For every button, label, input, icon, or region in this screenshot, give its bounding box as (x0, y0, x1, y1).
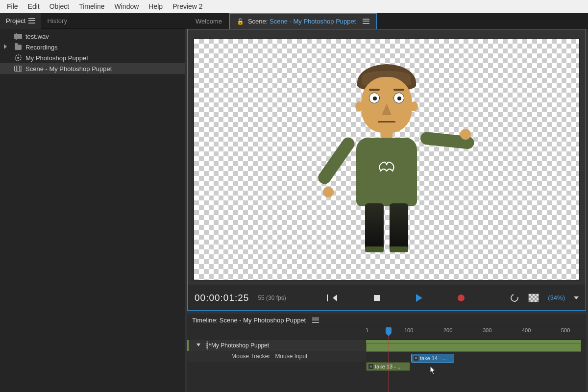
menu-edit[interactable]: Edit (23, 1, 45, 12)
timeline-menu-icon[interactable] (312, 317, 319, 324)
skip-start-icon (333, 294, 337, 301)
timeline-title: Timeline: Scene - My Photoshop Puppet (192, 317, 306, 324)
folder-icon (14, 44, 23, 50)
stop-button[interactable] (372, 293, 382, 303)
scene-icon (14, 65, 23, 72)
project-tree: test.wav Recordings My Photoshop Puppet … (0, 29, 185, 76)
puppet-icon (206, 342, 208, 349)
project-tab[interactable]: Project (0, 13, 41, 29)
tab-menu-icon[interactable] (363, 18, 369, 25)
welcome-tab[interactable]: Welcome (188, 13, 229, 29)
menu-help[interactable]: Help (144, 1, 168, 12)
canvas-tabs: Welcome 🔓 Scene: Scene - My Photoshop Pu… (185, 13, 588, 29)
mouse-cursor-icon (430, 366, 437, 375)
refresh-icon (509, 293, 520, 303)
timeline-ruler[interactable]: 0 100 200 300 400 500 (366, 327, 586, 340)
expand-caret-icon[interactable] (4, 44, 7, 49)
puppet-track-bar[interactable] (366, 343, 581, 352)
play-icon (416, 294, 422, 302)
timeline-tracks-area[interactable]: 0 100 200 300 400 500 × (366, 327, 586, 392)
clip-delete-icon[interactable]: × (368, 364, 373, 369)
record-button[interactable] (456, 293, 466, 303)
project-panel: Project History test.wav Recordings My P… (0, 13, 185, 392)
menubar: File Edit Object Timeline Window Help Pr… (0, 0, 588, 13)
scene-name-link[interactable]: Scene - My Photoshop Puppet (270, 18, 356, 25)
menu-file[interactable]: File (2, 1, 23, 12)
menu-preview[interactable]: Preview 2 (168, 1, 207, 12)
clip-delete-icon[interactable]: × (414, 356, 418, 361)
timeline-clip-take14[interactable]: × take 14 - ... (411, 354, 454, 363)
puppet-icon (14, 54, 23, 61)
zoom-dropdown-icon[interactable] (574, 296, 579, 299)
timeline-track-puppet[interactable]: My Photoshop Puppet (187, 340, 366, 351)
scene-viewport[interactable] (194, 38, 580, 281)
timeline-clip-take13[interactable]: × take 13 - ... (366, 362, 410, 371)
project-item-puppet[interactable]: My Photoshop Puppet (0, 52, 185, 63)
playhead-marker-icon[interactable] (386, 327, 392, 333)
menu-timeline[interactable]: Timeline (74, 1, 109, 12)
project-item-audio[interactable]: test.wav (0, 31, 185, 42)
track-twirl-icon[interactable] (196, 343, 200, 346)
timeline-playhead[interactable] (389, 327, 389, 392)
audio-icon (14, 33, 23, 40)
skip-start-button[interactable] (330, 293, 340, 303)
zoom-level[interactable]: (34%) (548, 294, 565, 301)
refresh-button[interactable] (510, 293, 519, 303)
project-item-scene[interactable]: Scene - My Photoshop Puppet (0, 63, 185, 74)
fps-display: 55 (30 fps) (258, 294, 286, 301)
background-toggle[interactable] (528, 294, 539, 302)
timeline-track-behaviors[interactable]: Mouse Tracker Mouse Input (187, 351, 366, 362)
timeline-track-headers: My Photoshop Puppet Mouse Tracker Mouse … (187, 327, 366, 392)
timecode-display[interactable]: 00:00:01:25 (195, 293, 249, 303)
timeline-panel: Timeline: Scene - My Photoshop Puppet My… (187, 314, 586, 392)
panel-menu-icon[interactable] (28, 18, 35, 24)
record-icon (458, 294, 465, 301)
history-tab[interactable]: History (41, 13, 73, 29)
scene-tab[interactable]: 🔓 Scene: Scene - My Photoshop Puppet (229, 13, 377, 29)
play-button[interactable] (414, 293, 424, 303)
project-item-folder[interactable]: Recordings (0, 42, 185, 52)
menu-window[interactable]: Window (110, 1, 144, 12)
lock-icon: 🔓 (237, 18, 244, 25)
menu-object[interactable]: Object (45, 1, 74, 12)
puppet-character (323, 64, 450, 255)
playback-controls: 00:00:01:25 55 (30 fps) (34%) (188, 285, 586, 310)
stop-icon (374, 295, 380, 301)
scene-viewport-panel: 00:00:01:25 55 (30 fps) (34%) (187, 29, 586, 311)
